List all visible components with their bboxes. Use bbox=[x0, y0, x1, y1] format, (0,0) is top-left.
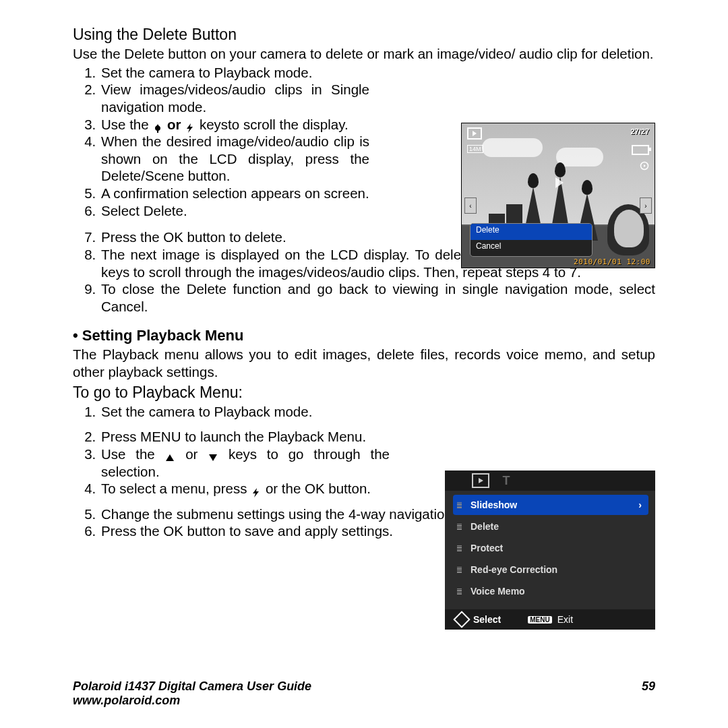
lcd-delete-screenshot: 27/27 14M ‹ › Delete Cancel 2010/01/01 1… bbox=[461, 123, 655, 268]
menu-key-icon: MENU bbox=[528, 616, 551, 624]
flash-icon bbox=[251, 485, 262, 495]
manual-page: Using the Delete Button Use the Delete b… bbox=[0, 0, 728, 728]
step-item: Set the camera to Playback mode. bbox=[100, 403, 390, 421]
battery-icon bbox=[632, 145, 649, 155]
step-item: To select a menu, press or the OK button… bbox=[100, 480, 390, 497]
menu-item-cancel[interactable]: Cancel bbox=[471, 240, 592, 256]
up-arrow-icon bbox=[164, 450, 175, 460]
menu-item-label: Delete bbox=[471, 521, 499, 532]
nav-left-icon: ‹ bbox=[464, 198, 477, 214]
menu-item-delete[interactable]: Delete bbox=[471, 224, 592, 240]
section1-intro: Use the Delete button on your camera to … bbox=[73, 45, 655, 63]
section2-steps-first: Set the camera to Playback mode. Press M… bbox=[73, 403, 390, 497]
delete-confirm-menu: Delete Cancel bbox=[470, 223, 593, 257]
step-item: Select Delete. bbox=[100, 202, 369, 220]
step-item: To close the Delete function and go back… bbox=[100, 280, 655, 315]
step-item: Press MENU to launch the Playback Menu. bbox=[100, 428, 390, 446]
guide-title: Polaroid i1437 Digital Camera User Guide bbox=[73, 679, 311, 694]
step-item: A confirmation selection appears on scre… bbox=[100, 185, 369, 202]
resolution-indicator: 14M bbox=[467, 145, 483, 153]
timestamp: 2010/01/01 12:00 bbox=[574, 257, 650, 266]
menu-tabbar: T bbox=[445, 471, 655, 491]
nav-right-icon: › bbox=[640, 198, 652, 214]
step-item: Set the camera to Playback mode. bbox=[100, 64, 369, 82]
page-number: 59 bbox=[642, 679, 655, 708]
footer-left: Polaroid i1437 Digital Camera User Guide… bbox=[73, 679, 311, 708]
down-arrow-icon bbox=[208, 450, 218, 460]
tab-playback-icon[interactable] bbox=[472, 473, 489, 488]
step-item: Use the or keysto scroll the display. bbox=[100, 116, 369, 133]
footer-exit-label: Exit bbox=[557, 614, 573, 625]
playback-menu-list: Slideshow › Delete Protect Red-eye Corre… bbox=[445, 491, 655, 601]
macro-icon bbox=[152, 120, 163, 131]
person-face bbox=[614, 210, 644, 247]
menu-item-label: Voice Memo bbox=[471, 586, 525, 597]
menu-item-label: Red-eye Correction bbox=[471, 564, 557, 575]
lcd-playback-menu-screenshot: T Slideshow › Delete Protect Red-eye Cor… bbox=[445, 471, 655, 630]
step-item: View images/videos/audio clips in Single… bbox=[100, 81, 369, 115]
menu-item-label: Protect bbox=[471, 543, 503, 553]
tab-setup-icon[interactable]: T bbox=[499, 475, 514, 487]
page-footer: Polaroid i1437 Digital Camera User Guide… bbox=[73, 679, 655, 708]
menu-item-redeye[interactable]: Red-eye Correction bbox=[453, 559, 648, 580]
section1-heading: Using the Delete Button bbox=[73, 26, 655, 44]
menu-item-protect[interactable]: Protect bbox=[453, 538, 648, 558]
step-item: Use the or keys to go through the select… bbox=[100, 446, 390, 480]
dpad-icon bbox=[453, 611, 470, 628]
footer-select-label: Select bbox=[473, 614, 501, 625]
menu-item-slideshow[interactable]: Slideshow › bbox=[453, 495, 648, 515]
playback-mode-icon bbox=[467, 127, 482, 140]
play-icon bbox=[640, 161, 649, 172]
center-play-icon bbox=[555, 177, 564, 188]
section2-subheading: To go to Playback Menu: bbox=[73, 384, 655, 402]
section1-steps-first: Set the camera to Playback mode. View im… bbox=[73, 64, 369, 220]
section2-intro: The Playback menu allows you to edit ima… bbox=[73, 346, 655, 380]
chevron-right-icon: › bbox=[638, 499, 642, 510]
menu-footer: Select MENU Exit bbox=[445, 609, 655, 630]
step-item: When the desired image/video/audio clip … bbox=[100, 133, 369, 185]
image-counter: 27/27 bbox=[630, 127, 649, 135]
menu-item-voicememo[interactable]: Voice Memo bbox=[453, 581, 648, 601]
guide-url: www.polaroid.com bbox=[73, 694, 311, 708]
menu-item-delete[interactable]: Delete bbox=[453, 516, 648, 537]
flash-icon bbox=[185, 120, 195, 131]
section2-heading: Setting Playback Menu bbox=[73, 327, 655, 344]
menu-item-label: Slideshow bbox=[471, 499, 517, 510]
